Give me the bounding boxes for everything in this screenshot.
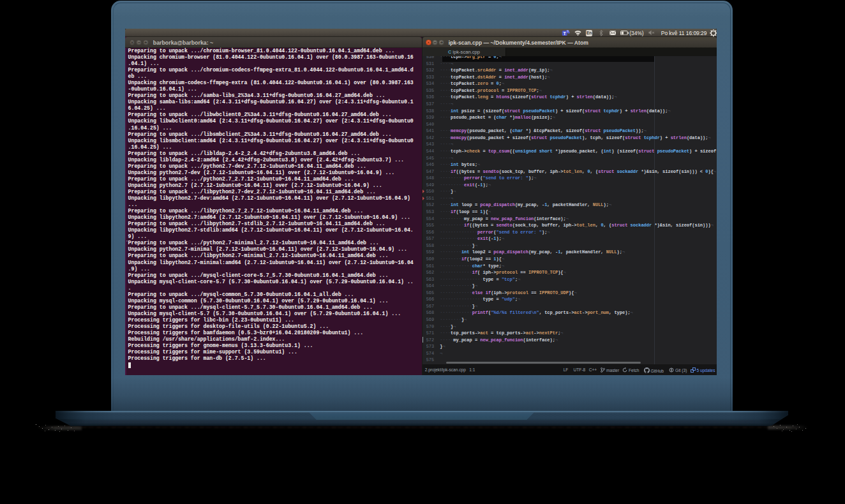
svg-text:T: T (563, 31, 566, 35)
